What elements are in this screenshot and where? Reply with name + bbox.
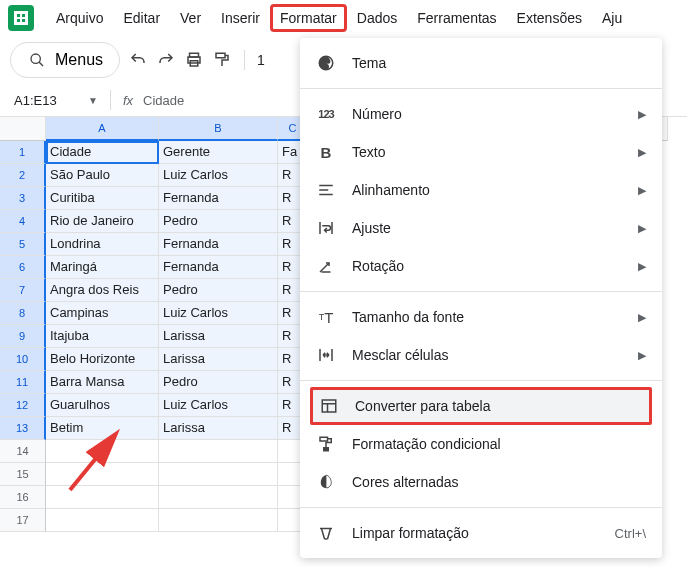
paint-format-icon[interactable] (212, 50, 232, 70)
cell[interactable]: Luiz Carlos (159, 302, 278, 325)
row-header[interactable]: 17 (0, 509, 46, 532)
menu-item-rotate[interactable]: Rotação▶ (300, 247, 662, 285)
svg-rect-17 (324, 448, 329, 451)
cell[interactable]: Luiz Carlos (159, 164, 278, 187)
cell[interactable]: São Paulo (46, 164, 159, 187)
cell[interactable] (159, 486, 278, 509)
cell[interactable] (159, 509, 278, 532)
cell[interactable]: Campinas (46, 302, 159, 325)
menu-formatar[interactable]: Formatar (270, 4, 347, 32)
menu-item-wrap[interactable]: Ajuste▶ (300, 209, 662, 247)
cell[interactable]: Larissa (159, 417, 278, 440)
row-header[interactable]: 2 (0, 164, 46, 187)
row-header[interactable]: 4 (0, 210, 46, 233)
row-header[interactable]: 10 (0, 348, 46, 371)
col-header-A[interactable]: A (46, 117, 159, 141)
cell[interactable]: Pedro (159, 279, 278, 302)
zoom-value[interactable]: 1 (257, 52, 265, 68)
menu-item-merge[interactable]: Mesclar células▶ (300, 336, 662, 374)
row-header[interactable]: 8 (0, 302, 46, 325)
cell[interactable]: Fernanda (159, 187, 278, 210)
theme-icon (316, 53, 336, 73)
menu-item-number[interactable]: 123Número▶ (300, 95, 662, 133)
cell[interactable] (159, 463, 278, 486)
row-header[interactable]: 5 (0, 233, 46, 256)
print-icon[interactable] (184, 50, 204, 70)
menu-item-altcolors[interactable]: Cores alternadas (300, 463, 662, 501)
submenu-arrow-icon: ▶ (638, 184, 646, 197)
menu-extensões[interactable]: Extensões (507, 4, 592, 32)
menu-item-bold[interactable]: BTexto▶ (300, 133, 662, 171)
cell[interactable] (159, 440, 278, 463)
menu-item-label: Tema (352, 55, 646, 71)
cell[interactable]: Barra Mansa (46, 371, 159, 394)
cell[interactable]: Larissa (159, 325, 278, 348)
svg-line-1 (39, 62, 43, 66)
cell[interactable]: Larissa (159, 348, 278, 371)
menu-item-label: Número (352, 106, 622, 122)
menu-dados[interactable]: Dados (347, 4, 407, 32)
cell[interactable]: Fernanda (159, 256, 278, 279)
row-header[interactable]: 7 (0, 279, 46, 302)
cell[interactable]: Curitiba (46, 187, 159, 210)
menus-search[interactable]: Menus (10, 42, 120, 78)
row-header[interactable]: 15 (0, 463, 46, 486)
table-icon (319, 396, 339, 416)
cell[interactable] (46, 463, 159, 486)
menu-editar[interactable]: Editar (113, 4, 170, 32)
cell[interactable]: Pedro (159, 210, 278, 233)
namebox-dropdown-icon[interactable]: ▼ (88, 95, 98, 106)
row-header[interactable]: 12 (0, 394, 46, 417)
row-header[interactable]: 16 (0, 486, 46, 509)
cell[interactable] (46, 440, 159, 463)
row-header[interactable]: 1 (0, 141, 46, 164)
menu-item-table[interactable]: Converter para tabela (310, 387, 652, 425)
row-header[interactable]: 9 (0, 325, 46, 348)
cell[interactable]: Maringá (46, 256, 159, 279)
format-menu-dropdown: Tema123Número▶BTexto▶Alinhamento▶Ajuste▶… (300, 38, 662, 558)
row-header[interactable]: 13 (0, 417, 46, 440)
cell[interactable]: Pedro (159, 371, 278, 394)
cell[interactable]: Gerente (159, 141, 278, 164)
clear-icon (316, 523, 336, 543)
menu-item-theme[interactable]: Tema (300, 44, 662, 82)
cell[interactable] (46, 486, 159, 509)
row-header[interactable]: 3 (0, 187, 46, 210)
menu-ferramentas[interactable]: Ferramentas (407, 4, 506, 32)
row-header[interactable]: 11 (0, 371, 46, 394)
select-all-corner[interactable] (0, 117, 46, 141)
fontsize-icon: TT (316, 307, 336, 327)
cell[interactable]: Fernanda (159, 233, 278, 256)
cell[interactable]: Londrina (46, 233, 159, 256)
menu-arquivo[interactable]: Arquivo (46, 4, 113, 32)
cell[interactable]: Itajuba (46, 325, 159, 348)
cell[interactable]: Luiz Carlos (159, 394, 278, 417)
menu-ver[interactable]: Ver (170, 4, 211, 32)
submenu-arrow-icon: ▶ (638, 349, 646, 362)
row-header[interactable]: 14 (0, 440, 46, 463)
wrap-icon (316, 218, 336, 238)
cell[interactable]: Guarulhos (46, 394, 159, 417)
cell[interactable]: Belo Horizonte (46, 348, 159, 371)
col-header-B[interactable]: B (159, 117, 278, 141)
row-header[interactable]: 6 (0, 256, 46, 279)
undo-icon[interactable] (128, 50, 148, 70)
menu-item-condformat[interactable]: Formatação condicional (300, 425, 662, 463)
menu-item-fontsize[interactable]: TTTamanho da fonte▶ (300, 298, 662, 336)
cell[interactable]: Rio de Janeiro (46, 210, 159, 233)
menu-item-label: Limpar formatação (352, 525, 599, 541)
fx-label: fx (123, 93, 133, 108)
cell[interactable] (46, 509, 159, 532)
submenu-arrow-icon: ▶ (638, 311, 646, 324)
menu-aju[interactable]: Aju (592, 4, 632, 32)
cell[interactable]: Betim (46, 417, 159, 440)
cell[interactable]: Cidade (46, 141, 159, 164)
menu-item-clear[interactable]: Limpar formataçãoCtrl+\ (300, 514, 662, 552)
cell[interactable]: Angra dos Reis (46, 279, 159, 302)
menu-inserir[interactable]: Inserir (211, 4, 270, 32)
name-box[interactable]: A1:E13 (10, 91, 80, 110)
redo-icon[interactable] (156, 50, 176, 70)
sheets-logo[interactable] (8, 5, 34, 31)
menu-item-align[interactable]: Alinhamento▶ (300, 171, 662, 209)
svg-point-0 (31, 54, 40, 63)
